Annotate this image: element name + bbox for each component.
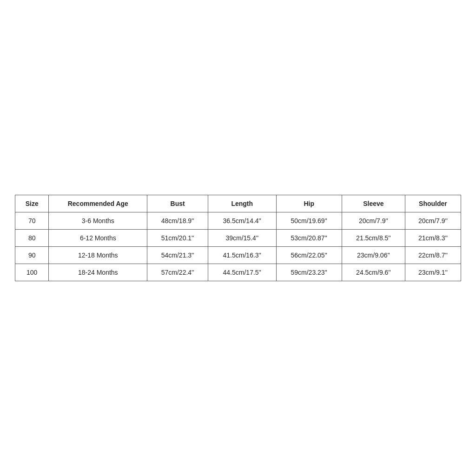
col-header-bust: Bust — [147, 195, 208, 212]
cell-bust: 54cm/21.3'' — [147, 247, 208, 264]
cell-hip: 59cm/23.23'' — [276, 264, 342, 281]
cell-sleeve: 23cm/9.06'' — [342, 247, 405, 264]
col-header-size: Size — [15, 195, 49, 212]
col-header-hip: Hip — [276, 195, 342, 212]
size-chart-table: Size Recommended Age Bust Length Hip Sle… — [15, 195, 461, 281]
table-header-row: Size Recommended Age Bust Length Hip Sle… — [15, 195, 461, 212]
cell-age: 6-12 Months — [49, 230, 147, 247]
cell-shoulder: 21cm/8.3'' — [405, 230, 461, 247]
size-chart-container: Size Recommended Age Bust Length Hip Sle… — [15, 195, 461, 281]
cell-size: 90 — [15, 247, 49, 264]
cell-sleeve: 24.5cm/9.6'' — [342, 264, 405, 281]
cell-length: 41.5cm/16.3'' — [208, 247, 276, 264]
cell-size: 80 — [15, 230, 49, 247]
cell-bust: 57cm/22.4'' — [147, 264, 208, 281]
cell-bust: 51cm/20.1'' — [147, 230, 208, 247]
table-row: 10018-24 Months57cm/22.4''44.5cm/17.5''5… — [15, 264, 461, 281]
col-header-length: Length — [208, 195, 276, 212]
cell-age: 12-18 Months — [49, 247, 147, 264]
cell-length: 44.5cm/17.5'' — [208, 264, 276, 281]
cell-age: 18-24 Months — [49, 264, 147, 281]
cell-shoulder: 20cm/7.9'' — [405, 212, 461, 230]
cell-hip: 53cm/20.87'' — [276, 230, 342, 247]
table-row: 9012-18 Months54cm/21.3''41.5cm/16.3''56… — [15, 247, 461, 264]
col-header-shoulder: Shoulder — [405, 195, 461, 212]
table-row: 806-12 Months51cm/20.1''39cm/15.4''53cm/… — [15, 230, 461, 247]
table-row: 703-6 Months48cm/18.9''36.5cm/14.4''50cm… — [15, 212, 461, 230]
cell-bust: 48cm/18.9'' — [147, 212, 208, 230]
cell-sleeve: 20cm/7.9'' — [342, 212, 405, 230]
cell-hip: 56cm/22.05'' — [276, 247, 342, 264]
cell-age: 3-6 Months — [49, 212, 147, 230]
cell-size: 100 — [15, 264, 49, 281]
cell-sleeve: 21.5cm/8.5'' — [342, 230, 405, 247]
cell-size: 70 — [15, 212, 49, 230]
cell-shoulder: 23cm/9.1'' — [405, 264, 461, 281]
cell-length: 39cm/15.4'' — [208, 230, 276, 247]
col-header-sleeve: Sleeve — [342, 195, 405, 212]
cell-shoulder: 22cm/8.7'' — [405, 247, 461, 264]
cell-length: 36.5cm/14.4'' — [208, 212, 276, 230]
col-header-age: Recommended Age — [49, 195, 147, 212]
cell-hip: 50cm/19.69'' — [276, 212, 342, 230]
